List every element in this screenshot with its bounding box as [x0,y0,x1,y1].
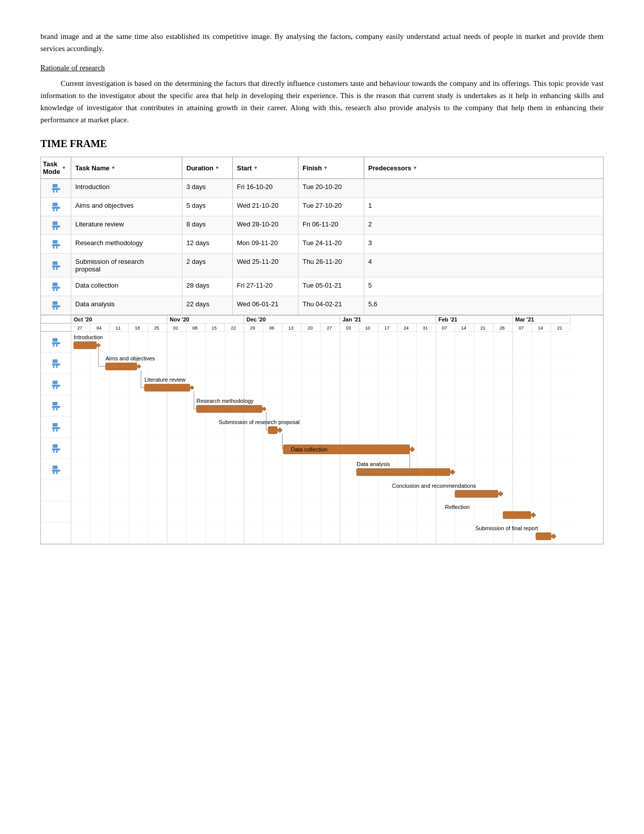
opening-paragraph: brand image and at the same time also es… [40,30,604,55]
gantt-bar-reflection [503,512,531,519]
table-row: Introduction 3 days Fri 16-10-20 Tue 20-… [41,179,603,198]
gantt-bar-submission [268,427,277,434]
svg-rect-22 [53,289,55,291]
svg-rect-30 [53,344,55,347]
cell-pred-3: 2 [364,216,435,235]
svg-rect-32 [53,359,58,363]
cell-pred-6: 5 [364,277,435,296]
predecessors-dropdown-arrow[interactable]: ▼ [413,165,417,170]
svg-text:Nov '20: Nov '20 [170,316,189,322]
taskmode-dropdown-arrow[interactable]: ▼ [62,165,66,170]
svg-rect-37 [52,385,60,387]
duration-label: Duration [186,164,213,172]
col-taskname[interactable]: Task Name ▼ [71,157,182,178]
cell-taskname-5: Submission of researchproposal [71,254,182,277]
svg-text:31: 31 [423,326,428,331]
svg-rect-14 [53,246,55,249]
svg-text:Oct '20: Oct '20 [74,316,92,322]
chart-icon-row-5 [41,416,71,438]
gantt-bar-finalreport [536,533,551,540]
svg-text:06: 06 [269,326,274,331]
svg-text:13: 13 [288,326,293,331]
gantt-bar-introduction [74,342,96,349]
chart-icon-row-7 [41,459,71,480]
cell-start-2: Wed 21-10-20 [233,198,299,216]
svg-text:07: 07 [442,326,447,331]
bar-label-dataanalysis: Data analysis [357,461,390,467]
svg-rect-27 [56,307,58,310]
cell-finish-5: Thu 26-11-20 [299,254,364,277]
svg-text:29: 29 [250,326,255,331]
svg-rect-2 [53,190,55,193]
svg-text:14: 14 [538,326,543,331]
svg-rect-26 [53,307,55,310]
svg-rect-50 [53,450,55,453]
cell-taskmode-3 [41,216,71,235]
svg-rect-0 [53,184,58,188]
taskname-dropdown-arrow[interactable]: ▼ [111,165,116,170]
col-taskmode[interactable]: TaskMode ▼ [41,157,71,178]
cell-duration-4: 12 days [182,235,233,253]
svg-text:27: 27 [77,326,82,331]
col-predecessors[interactable]: Predecessors ▼ [364,157,435,178]
col-finish[interactable]: Finish ▼ [299,157,364,178]
cell-start-6: Fri 27-11-20 [233,277,299,296]
svg-rect-19 [56,267,58,270]
cell-duration-6: 28 days [182,277,233,296]
duration-dropdown-arrow[interactable]: ▼ [215,165,219,170]
start-dropdown-arrow[interactable]: ▼ [254,165,258,170]
col-duration[interactable]: Duration ▼ [182,157,233,178]
svg-rect-40 [53,402,58,405]
cell-pred-2: 1 [364,198,435,216]
cell-duration-2: 5 days [182,198,233,216]
taskname-label: Task Name [75,164,110,172]
svg-rect-51 [56,450,58,453]
cell-taskname-7: Data analysis [71,296,182,314]
svg-rect-33 [52,363,60,365]
svg-text:10: 10 [365,326,370,331]
svg-rect-41 [52,406,60,408]
chart-icon-row-4 [41,395,71,416]
cell-taskmode-5 [41,254,71,277]
chart-icon-row-6 [41,438,71,459]
cell-taskname-1: Introduction [71,179,182,197]
svg-rect-15 [56,246,58,249]
task-mode-icon-5 [51,260,61,270]
svg-rect-49 [52,448,60,450]
cell-duration-7: 22 days [182,296,233,314]
svg-rect-20 [53,283,58,286]
bar-label-introduction: Introduction [74,334,103,340]
svg-rect-56 [71,315,603,543]
timeframe-heading: TIME FRAME [40,138,604,150]
col-start[interactable]: Start ▼ [233,157,299,178]
svg-text:07: 07 [519,326,524,331]
cell-taskmode-1 [41,179,71,197]
bar-label-submission: Submission of research proposal [219,419,300,425]
rationale-paragraph: Current investigation is based on the de… [40,77,604,126]
svg-text:03: 03 [346,326,351,331]
svg-text:21: 21 [480,326,485,331]
svg-rect-1 [52,188,60,190]
gantt-bar-literature [144,384,190,391]
svg-text:Feb '21: Feb '21 [438,316,457,322]
cell-taskmode-7 [41,296,71,314]
svg-rect-18 [53,267,55,270]
svg-rect-12 [53,240,58,244]
main-content: brand image and at the same time also es… [40,30,604,544]
svg-rect-10 [53,227,55,230]
cell-taskname-2: Aims and objectives [71,198,182,216]
table-row: Submission of researchproposal 2 days We… [41,254,603,277]
svg-text:28: 28 [500,326,505,331]
gantt-chart-svg-area: Oct '20 Nov '20 Dec '20 Jan '21 Feb '21 … [71,315,603,544]
gantt-bar-conclusion [455,490,498,497]
svg-rect-29 [52,342,60,344]
finish-dropdown-arrow[interactable]: ▼ [323,165,328,170]
table-row: Literature review 8 days Wed 28-10-20 Fr… [41,216,603,235]
svg-text:Mar '21: Mar '21 [515,316,534,322]
cell-taskname-4: Research methodology [71,235,182,253]
svg-rect-5 [52,207,60,209]
task-mode-icon-3 [51,220,61,230]
cell-start-5: Wed 25-11-20 [233,254,299,277]
svg-rect-44 [53,423,58,427]
svg-rect-21 [52,287,60,289]
